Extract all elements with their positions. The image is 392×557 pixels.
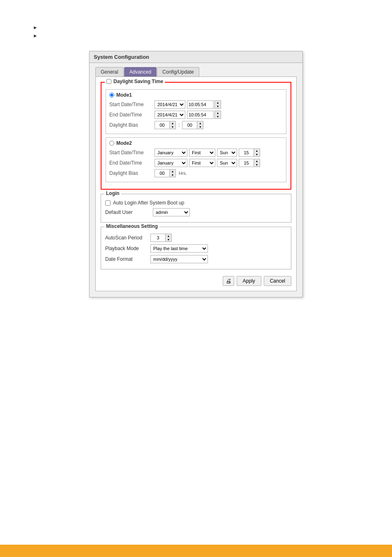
- mode1-bias-h-spinner: ▲ ▼: [154, 121, 176, 129]
- mode1-label: Mode1: [116, 92, 132, 98]
- window-title: System Configuration: [90, 51, 302, 63]
- arrow-icon-2: ►: [33, 33, 38, 39]
- mode2-end-month-select[interactable]: JanuaryFebruaryMarchApril MayJuneJulyAug…: [154, 159, 187, 167]
- mode1-end-label: End Date/Time: [109, 112, 154, 118]
- mode1-bias-h-btns: ▲ ▼: [169, 121, 176, 129]
- mode1-start-time-up[interactable]: ▲: [215, 101, 221, 104]
- mode1-radio[interactable]: [109, 93, 114, 97]
- mode2-end-val-btns: ▲ ▼: [254, 159, 260, 167]
- mode2-bias-label: Daylight Bias: [109, 170, 154, 176]
- mode1-bias-m-spinner: ▲ ▼: [182, 121, 203, 129]
- autoscan-spinner: ▲ ▼: [150, 234, 172, 242]
- autoscan-up[interactable]: ▲: [166, 234, 171, 238]
- mode2-start-val-up[interactable]: ▲: [254, 149, 260, 153]
- mode2-label-row: Mode2: [109, 140, 283, 146]
- bullet-list: ► ►: [33, 25, 367, 39]
- login-group: Login Auto Login After System Boot up De…: [101, 194, 291, 223]
- mode1-end-time-up[interactable]: ▲: [215, 111, 221, 115]
- tab-config-update[interactable]: Config/Update: [157, 67, 199, 77]
- mode2-start-day-select[interactable]: SunMonTueWedThuFriSat: [217, 149, 237, 157]
- apply-button[interactable]: Apply: [237, 276, 261, 286]
- mode2-bias-row: Daylight Bias ▲ ▼ Hrs.: [109, 169, 283, 177]
- auto-login-row: Auto Login After System Boot up: [105, 200, 287, 206]
- daylight-saving-group: Daylight Saving Time Mode1 Start Date/Ti…: [101, 82, 291, 190]
- mode2-bias-input[interactable]: [154, 169, 169, 177]
- mode2-start-val-down[interactable]: ▼: [254, 153, 260, 156]
- autoscan-down[interactable]: ▼: [166, 238, 171, 241]
- date-format-label: Date Format: [105, 256, 150, 262]
- cancel-button[interactable]: Cancel: [264, 276, 291, 286]
- mode2-end-val-down[interactable]: ▼: [254, 163, 260, 167]
- mode1-bias-m-btns: ▲ ▼: [197, 121, 203, 129]
- mode2-section: Mode2 Start Date/Time JanuaryFebruaryMar…: [106, 137, 286, 182]
- misc-group-label: Miscellaneous Setting: [104, 223, 159, 229]
- mode1-start-time-spinner: ▲ ▼: [214, 100, 221, 109]
- tabs-row: General Advanced Config/Update: [95, 67, 297, 77]
- date-format-row: Date Format mm/dd/yyyy dd/mm/yyyy yyyy/m…: [105, 255, 287, 263]
- mode1-bias-controls: ▲ ▼ : ▲ ▼: [154, 121, 203, 129]
- playback-select[interactable]: Play the last time Play from start: [150, 244, 208, 253]
- mode2-start-month-select[interactable]: JanuaryFebruaryMarchApril MayJuneJulyAug…: [154, 149, 187, 157]
- default-user-label: Default User: [105, 209, 150, 215]
- mode1-end-time-spinner: ▲ ▼: [214, 111, 221, 119]
- mode1-end-time-down[interactable]: ▼: [215, 115, 221, 118]
- mode2-start-controls: JanuaryFebruaryMarchApril MayJuneJulyAug…: [154, 149, 260, 157]
- date-format-select[interactable]: mm/dd/yyyy dd/mm/yyyy yyyy/mm/dd: [150, 255, 208, 263]
- print-button[interactable]: 🖨: [223, 276, 234, 286]
- default-user-row: Default User admin user: [105, 208, 287, 216]
- daylight-group-label: Daylight Saving Time: [105, 79, 165, 84]
- daylight-checkbox[interactable]: [106, 79, 111, 84]
- autoscan-input[interactable]: [150, 234, 165, 242]
- mode1-start-date-select[interactable]: 2014/4/21: [154, 100, 185, 109]
- system-config-window: System Configuration General Advanced Co…: [89, 51, 303, 297]
- mode2-start-label: Start Date/Time: [109, 150, 154, 155]
- mode2-bias-spinner: ▲ ▼: [154, 169, 176, 177]
- playback-label: Playback Mode: [105, 246, 150, 251]
- bottom-bar: 🖨 Apply Cancel: [101, 274, 291, 286]
- daylight-label-text: Daylight Saving Time: [113, 79, 163, 84]
- mode1-start-time-down[interactable]: ▼: [215, 104, 221, 108]
- misc-group: Miscellaneous Setting AutoScan Period ▲ …: [101, 227, 291, 269]
- mode1-bias-label: Daylight Bias: [109, 122, 154, 128]
- mode2-end-controls: JanuaryFebruaryMarchApril MayJuneJulyAug…: [154, 159, 260, 167]
- bias-colon: :: [178, 122, 180, 128]
- mode2-end-week-select[interactable]: FirstSecondThirdFourthLast: [189, 159, 215, 167]
- mode2-start-week-select[interactable]: FirstSecondThirdFourthLast: [189, 149, 215, 157]
- mode1-start-controls: 2014/4/21 ▲ ▼: [154, 100, 221, 109]
- mode2-start-val-btns: ▲ ▼: [254, 149, 260, 157]
- mode2-bias-up[interactable]: ▲: [170, 169, 175, 173]
- tab-general[interactable]: General: [95, 67, 124, 77]
- mode2-radio[interactable]: [109, 141, 114, 146]
- autoscan-label: AutoScan Period: [105, 235, 150, 241]
- mode1-time-display: ▲ ▼: [187, 100, 221, 109]
- mode1-bias-m-down[interactable]: ▼: [197, 125, 203, 129]
- mode2-end-val-spinner: ▲ ▼: [239, 159, 260, 167]
- window-body: General Advanced Config/Update Daylight …: [90, 63, 302, 297]
- mode2-end-val-up[interactable]: ▲: [254, 159, 260, 163]
- mode1-bias-m-up[interactable]: ▲: [197, 121, 203, 125]
- mode1-bias-h-down[interactable]: ▼: [170, 125, 175, 129]
- playback-row: Playback Mode Play the last time Play fr…: [105, 244, 287, 253]
- default-user-select[interactable]: admin user: [153, 208, 190, 216]
- mode2-end-day-select[interactable]: SunMonTueWedThuFriSat: [217, 159, 237, 167]
- mode1-end-date-select[interactable]: 2014/4/21: [154, 111, 185, 119]
- bullet-item-1: ►: [33, 25, 367, 30]
- mode1-end-time-input[interactable]: [187, 111, 214, 119]
- autoscan-row: AutoScan Period ▲ ▼: [105, 234, 287, 242]
- mode2-start-val-input[interactable]: [239, 149, 254, 157]
- mode1-start-time-input[interactable]: [187, 100, 214, 109]
- mode2-end-row: End Date/Time JanuaryFebruaryMarchApril …: [109, 159, 283, 167]
- mode2-start-row: Start Date/Time JanuaryFebruaryMarchApri…: [109, 149, 283, 157]
- mode1-bias-m-input[interactable]: [182, 121, 197, 129]
- tab-advanced[interactable]: Advanced: [124, 67, 157, 77]
- mode2-bias-down[interactable]: ▼: [170, 173, 175, 177]
- mode1-bias-h-input[interactable]: [154, 121, 169, 129]
- autoscan-btns: ▲ ▼: [165, 234, 172, 242]
- bottom-orange-bar: [0, 545, 392, 557]
- mode1-end-time-display: ▲ ▼: [187, 111, 221, 119]
- mode1-bias-h-up[interactable]: ▲: [170, 121, 175, 125]
- bullet-item-2: ►: [33, 33, 367, 39]
- auto-login-checkbox[interactable]: [105, 200, 111, 206]
- mode2-bias-controls: ▲ ▼ Hrs.: [154, 169, 187, 177]
- mode2-end-val-input[interactable]: [239, 159, 254, 167]
